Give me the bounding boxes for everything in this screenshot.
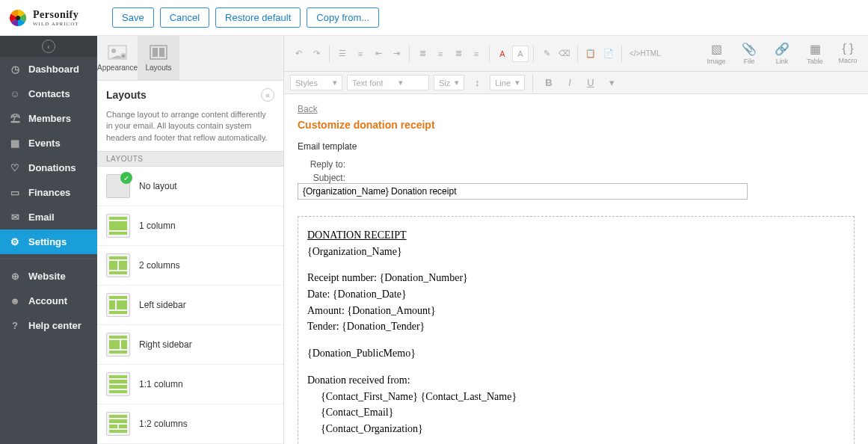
text-color-icon[interactable]: A [494, 46, 511, 62]
svg-rect-7 [159, 48, 164, 57]
main-sidebar: ‹ ◷Dashboard ☺Contacts ⛱Members ▦Events … [0, 36, 97, 444]
sidebar-item-label: Settings [28, 236, 67, 247]
list-bulleted-icon[interactable]: ☰ [334, 46, 351, 62]
sidebar-item-donations[interactable]: ♡Donations [0, 155, 97, 180]
brand-sub: WILD APRICOT [33, 21, 79, 27]
preview-contact-email: {Contact_Email} [307, 404, 845, 421]
layout-thumb-icon [106, 214, 130, 238]
preview-date: Date: {Donation_Date} [307, 286, 845, 303]
tab-layouts[interactable]: Layouts [138, 36, 179, 80]
sidebar-item-settings[interactable]: ⚙Settings [0, 229, 97, 254]
sidebar-item-email[interactable]: ✉Email [0, 205, 97, 229]
layout-thumb-icon [106, 333, 130, 357]
eraser-icon[interactable]: ⌫ [556, 46, 573, 62]
tab-label: Appearance [97, 64, 138, 72]
sidebar-item-contacts[interactable]: ☺Contacts [0, 81, 97, 106]
top-action-bar: Save Cancel Restore default Copy from... [112, 7, 379, 28]
tab-appearance[interactable]: Appearance [97, 36, 138, 80]
restore-default-button[interactable]: Restore default [215, 7, 301, 28]
styles-select[interactable]: Styles▾ [290, 75, 342, 90]
sidebar-item-account[interactable]: ☻Account [0, 289, 97, 313]
undo-icon[interactable]: ↶ [290, 46, 307, 62]
align-left-icon[interactable]: ≣ [414, 46, 431, 62]
group-icon: ⛱ [9, 113, 21, 124]
layout-option-1-1-column[interactable]: 1:1 column [97, 365, 283, 404]
sidebar-item-label: Contacts [28, 88, 70, 99]
layout-thumb-icon [106, 412, 130, 436]
clear-format-icon[interactable]: ✎ [538, 46, 555, 62]
copy-from-button[interactable]: Copy from... [307, 7, 379, 28]
italic-icon[interactable]: I [561, 75, 578, 91]
preview-tender: Tender: {Donation_Tender} [307, 318, 845, 335]
editor-toolbar: ↶ ↷ ☰ ≡ ⇤ ⇥ ≣ ≡ ≣ ≡ A A ✎ ⌫ 📋 📄 </> HTML… [284, 36, 868, 72]
insert-link-button[interactable]: 🔗Link [768, 42, 796, 65]
chevron-down-icon: ▾ [333, 78, 337, 87]
outdent-icon[interactable]: ⇤ [370, 46, 387, 62]
sidebar-item-dashboard[interactable]: ◷Dashboard [0, 57, 97, 81]
heart-icon: ♡ [9, 162, 21, 173]
sidebar-collapse[interactable]: ‹ [0, 36, 97, 57]
section-title: Email template [298, 141, 855, 152]
mail-icon: ✉ [9, 212, 21, 223]
sidebar-item-finances[interactable]: ▭Finances [0, 180, 97, 205]
size-select[interactable]: Siz▾ [434, 75, 464, 90]
underline-icon[interactable]: U [582, 75, 599, 91]
layout-option-right-sidebar[interactable]: Right sidebar [97, 325, 283, 365]
subject-input[interactable] [298, 183, 748, 200]
redo-icon[interactable]: ↷ [308, 46, 324, 62]
sidebar-item-members[interactable]: ⛱Members [0, 106, 97, 131]
preview-receipt-number: Receipt number: {Donation_Number} [307, 270, 845, 286]
html-button[interactable]: </> HTML [627, 46, 664, 62]
layout-option-1-2-columns[interactable]: 1:2 columns [97, 404, 283, 444]
group-label: Macro [838, 57, 857, 64]
layout-option-left-sidebar[interactable]: Left sidebar [97, 286, 283, 325]
group-label: File [744, 58, 755, 65]
sidebar-item-label: Email [28, 212, 55, 223]
align-right-icon[interactable]: ≣ [450, 46, 467, 62]
line-select[interactable]: Line▾ [490, 75, 525, 90]
layout-option-1-column[interactable]: 1 column [97, 206, 283, 246]
sidebar-item-label: Help center [28, 320, 81, 331]
sidebar-item-label: Account [28, 295, 67, 306]
group-label: Table [807, 58, 823, 65]
align-center-icon[interactable]: ≡ [432, 46, 449, 62]
line-height-icon[interactable]: ↕ [469, 75, 485, 91]
insert-macro-button[interactable]: { }Macro [834, 42, 862, 65]
list-numbered-icon[interactable]: ≡ [352, 46, 369, 62]
sidebar-item-events[interactable]: ▦Events [0, 131, 97, 155]
svg-rect-6 [153, 48, 158, 57]
chevron-down-icon[interactable]: ▾ [603, 75, 620, 91]
layout-option-label: Left sidebar [139, 300, 186, 310]
save-button[interactable]: Save [112, 7, 154, 28]
back-link[interactable]: Back [298, 104, 318, 114]
sidebar-item-label: Events [28, 138, 61, 149]
layouts-panel: Appearance Layouts Layouts « Change layo… [97, 36, 284, 444]
sidebar-item-help[interactable]: ?Help center [0, 313, 97, 338]
check-icon: ✓ [120, 172, 132, 184]
indent-icon[interactable]: ⇥ [388, 46, 404, 62]
collapse-panel-icon[interactable]: « [261, 88, 274, 102]
insert-image-button[interactable]: ▧Image [702, 42, 730, 65]
layout-thumb-icon [106, 372, 130, 396]
svg-point-3 [111, 49, 116, 53]
insert-file-button[interactable]: 📎File [735, 42, 763, 65]
align-justify-icon[interactable]: ≡ [468, 46, 484, 62]
paste-icon[interactable]: 📋 [582, 46, 599, 62]
email-preview[interactable]: DONATION RECEIPT {Organization_Name} Rec… [298, 216, 855, 444]
sidebar-item-label: Finances [28, 187, 70, 198]
brand-logo: Personify WILD APRICOT [9, 9, 97, 27]
section-label: LAYOUTS [97, 151, 283, 167]
insert-table-button[interactable]: ▦Table [801, 42, 829, 65]
html-label: HTML [640, 49, 660, 58]
layout-option-no-layout[interactable]: ✓ No layout [97, 167, 283, 206]
invoice-icon: ▭ [9, 187, 21, 198]
layout-option-2-columns[interactable]: 2 columns [97, 246, 283, 286]
paste-text-icon[interactable]: 📄 [600, 46, 617, 62]
subject-label: Subject: [298, 173, 345, 183]
bold-icon[interactable]: B [541, 75, 557, 91]
bg-color-icon[interactable]: A [512, 46, 529, 62]
chevron-down-icon: ▾ [515, 78, 520, 87]
font-select[interactable]: Text font▾ [347, 75, 429, 90]
sidebar-item-website[interactable]: ⊕Website [0, 264, 97, 289]
cancel-button[interactable]: Cancel [160, 7, 209, 28]
